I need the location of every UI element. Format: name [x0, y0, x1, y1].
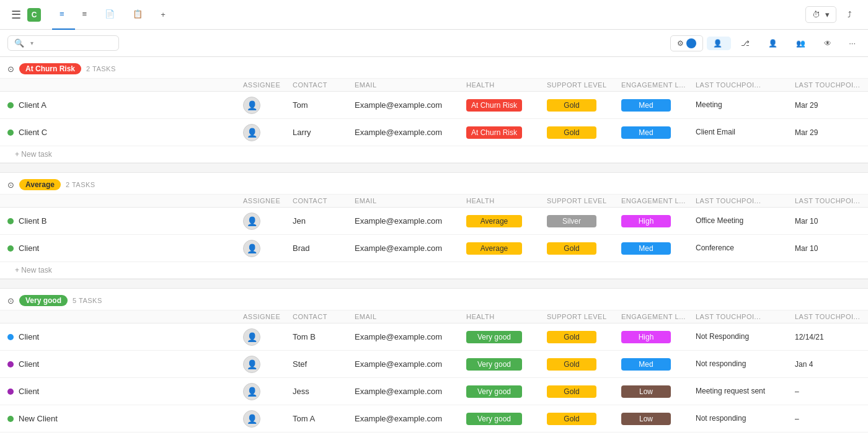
avatar: 👤 [243, 213, 260, 230]
assignees-button[interactable]: 👥 [790, 37, 814, 50]
col-header-8: LAST TOUCHPOI... [795, 197, 868, 204]
col-header-4: HEALTH [466, 313, 547, 320]
support-cell: Gold [547, 358, 621, 371]
email-cell: Example@example.com [355, 244, 466, 253]
health-badge: Very good [466, 331, 522, 343]
col-header-6: ENGAGEMENT L... [621, 313, 696, 320]
task-label: Client A [19, 100, 46, 110]
task-name: Client [7, 244, 243, 253]
avatar: 👤 [243, 356, 260, 373]
section-chevron-icon[interactable]: ⊙ [7, 296, 14, 305]
contact-cell: Larry [293, 128, 355, 137]
app-logo: C [27, 8, 45, 22]
avatar: 👤 [243, 383, 260, 400]
table-row[interactable]: Client 👤 Brad Example@example.com Averag… [0, 235, 868, 262]
task-status-dot [7, 245, 14, 252]
col-header-3: EMAIL [355, 197, 466, 204]
task-label: Client C [19, 128, 47, 137]
search-icon: 🔍 [14, 38, 24, 48]
automate-button[interactable]: ⏱ ▾ [805, 6, 836, 23]
renewal-tab-icon: ≡ [82, 9, 87, 19]
support-cell: Gold [547, 413, 621, 425]
section-task-count: 2 TASKS [86, 65, 116, 72]
support-cell: Gold [547, 99, 621, 112]
table-area: ⊙ At Churn Risk 2 TASKS ASSIGNEECONTACTE… [0, 57, 868, 435]
table-row[interactable]: Client 👤 Stef Example@example.com Very g… [0, 351, 868, 378]
search-input[interactable]: 🔍 ▾ [7, 35, 119, 51]
health-badge: At Churn Risk [466, 99, 522, 112]
support-badge: Gold [547, 358, 596, 371]
playbook-tab-icon: 📄 [105, 9, 115, 19]
col-header-1: ASSIGNEE [243, 197, 293, 204]
new-task-button[interactable]: + New task [0, 146, 868, 163]
nav-tabs: ≡ ≡ 📄 📋 + [52, 0, 175, 30]
hamburger-icon[interactable]: ☰ [7, 4, 25, 25]
col-header-7: LAST TOUCHPOI... [696, 313, 795, 320]
health-badge: Average [466, 242, 522, 255]
table-row[interactable]: Client B 👤 Jen Example@example.com Avera… [0, 208, 868, 235]
engagement-badge: Med [621, 99, 671, 112]
me-button[interactable]: 👤 [762, 37, 786, 50]
section-header-average: ⊙ Average 2 TASKS [0, 173, 868, 195]
toolbar: 🔍 ▾ ⚙ 👤 ⎇ 👤 👥 👁 ··· [0, 30, 868, 57]
more-button[interactable]: ··· [844, 36, 861, 50]
filter-button[interactable]: ⚙ [670, 35, 703, 51]
touchpoint-cell: Client Email [696, 128, 795, 138]
section-chevron-icon[interactable]: ⊙ [7, 64, 14, 74]
assignees-icon: 👥 [796, 39, 805, 48]
tab-renewal[interactable]: ≡ [75, 0, 98, 30]
task-label: Client [19, 359, 39, 369]
task-name: Client [7, 387, 243, 396]
health-cell: Very good [466, 413, 547, 425]
show-button[interactable]: 👁 [818, 37, 840, 50]
plus-icon: + [161, 10, 166, 19]
support-cell: Gold [547, 385, 621, 398]
task-label: Client [19, 387, 39, 396]
engagement-badge: Low [621, 385, 671, 398]
col-header-6: ENGAGEMENT L... [621, 197, 696, 204]
table-row[interactable]: Client C 👤 Larry Example@example.com At … [0, 119, 868, 146]
support-badge: Gold [547, 99, 596, 112]
touchpoint-cell: Office Meeting [696, 216, 795, 226]
col-header-3: EMAIL [355, 313, 466, 320]
table-row[interactable]: New Client 👤 Tom A Example@example.com V… [0, 405, 868, 433]
table-row[interactable]: Client 👤 Tom B Example@example.com Very … [0, 323, 868, 351]
health-cell: At Churn Risk [466, 126, 547, 139]
avatar: 👤 [243, 124, 260, 141]
date-cell: – [795, 387, 868, 396]
task-label: Client [19, 332, 39, 341]
health-badge: At Churn Risk [466, 126, 522, 139]
logo-icon: C [27, 8, 41, 22]
table-row[interactable]: Client A 👤 Tom Example@example.com At Ch… [0, 92, 868, 119]
task-name: Client C [7, 128, 243, 137]
col-header-8: LAST TOUCHPOI... [795, 313, 868, 320]
subtasks-button[interactable]: ⎇ [735, 37, 758, 50]
email-cell: Example@example.com [355, 332, 466, 341]
share-button[interactable]: ⤴ [841, 7, 861, 22]
nav-right: ⏱ ▾ ⤴ [805, 6, 861, 23]
health-cell: Average [466, 242, 547, 255]
avatar: 👤 [243, 328, 260, 346]
section-badge: Very good [19, 295, 68, 306]
email-cell: Example@example.com [355, 414, 466, 423]
tab-feedback[interactable]: 📋 [125, 0, 153, 30]
group-by-button[interactable]: 👤 [707, 37, 731, 50]
col-header-5: SUPPORT LEVEL [547, 197, 621, 204]
section-chevron-icon[interactable]: ⊙ [7, 180, 14, 190]
tab-engagement[interactable]: ≡ [52, 0, 75, 30]
engagement-cell: High [621, 331, 696, 343]
add-view-button[interactable]: + [153, 6, 175, 23]
date-cell: Jan 4 [795, 360, 868, 369]
assignee-cell: 👤 [243, 356, 293, 373]
task-name: Client [7, 332, 243, 341]
engagement-cell: High [621, 215, 696, 227]
support-cell: Gold [547, 242, 621, 255]
col-header-5: SUPPORT LEVEL [547, 81, 621, 89]
new-task-button[interactable]: + New task [0, 262, 868, 279]
tab-playbook[interactable]: 📄 [97, 0, 125, 30]
table-row[interactable]: Test 👤 Jessica B Example@example.com Ver… [0, 433, 868, 435]
support-badge: Gold [547, 413, 596, 425]
engagement-cell: Med [621, 242, 696, 255]
col-header-6: ENGAGEMENT L... [621, 81, 696, 89]
table-row[interactable]: Client 👤 Jess Example@example.com Very g… [0, 378, 868, 405]
